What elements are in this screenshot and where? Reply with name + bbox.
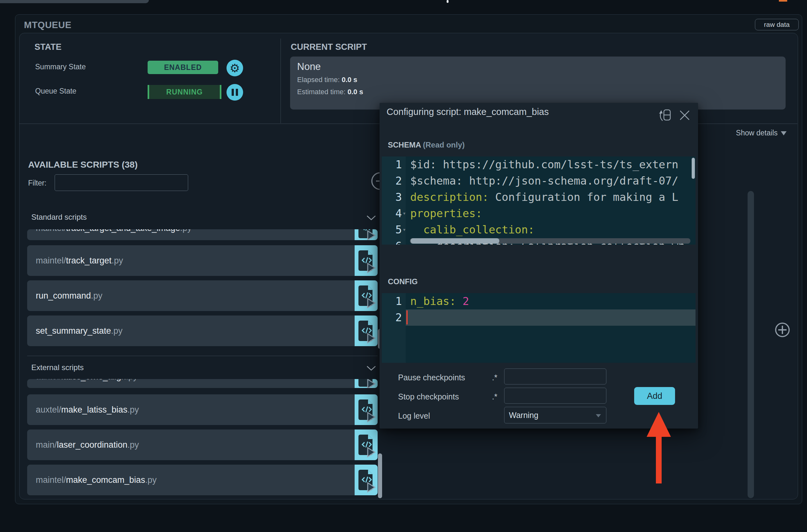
log-level-value: Warning [509,411,538,420]
script-group-label: Standard scripts [31,213,87,222]
line-number: 2 [382,309,406,326]
script-list-item[interactable]: main/laser_coordination.py [27,430,378,460]
launch-script-button[interactable] [355,245,378,276]
show-details-toggle[interactable]: Show details [715,129,787,137]
script-list-item[interactable]: maintel/track_target.py [27,245,378,276]
code-line: 1n_bias: 2 [382,293,695,309]
browser-artifact-orange [779,0,787,2]
code-text: properties: [406,205,695,222]
queue-state-badge: RUNNING [148,85,221,99]
script-list-item[interactable]: run_command.py [27,280,378,311]
script-list-item[interactable]: auxtel/latiss_cwfs_align.py [27,379,378,388]
estimated-time: Estimated time: 0.0 s [297,88,363,96]
code-text: $schema: http://json-schema.org/draft-07… [406,173,695,189]
log-level-select[interactable]: Warning [504,407,606,423]
queue-state-label: Queue State [35,87,76,95]
group-divider [27,356,378,356]
pause-checkpoints-regex: .* [492,373,498,382]
script-list-item[interactable]: set_summary_state.py [27,316,378,346]
schema-vertical-scrollbar[interactable] [692,158,695,179]
chevron-down-icon [367,366,376,371]
estimated-time-label: Estimated time: [297,88,346,96]
dialog-title: Configuring script: make_comcam_bias [387,107,549,117]
chevron-down-icon [781,131,787,135]
script-list-item[interactable]: maintel/track_target_and_take_image.py [27,229,378,240]
current-script-title: CURRENT SCRIPT [291,42,367,52]
queue-scrollbar-track[interactable] [748,191,754,498]
script-list: Standard scriptsmaintel/track_target_and… [24,198,382,495]
script-group-label: External scripts [31,363,84,372]
launch-script-button[interactable] [355,280,378,311]
pause-checkpoints-input[interactable] [504,368,606,384]
launch-script-button[interactable] [355,464,378,495]
schema-title: SCHEMA [388,140,421,149]
fold-caret-icon[interactable]: ▾ [403,238,406,245]
detach-panel-icon[interactable] [658,108,672,122]
file-code-play-icon [355,280,378,311]
script-name: set_summary_state.py [27,316,378,346]
estimated-time-value: 0.0 s [348,88,363,96]
external-scripts-scrollbar[interactable] [378,453,382,498]
group-collapse-chevron[interactable] [367,215,376,222]
code-text: $id: https://github.com/lsst-ts/ts_exter… [406,156,695,173]
filter-input[interactable] [55,174,188,191]
schema-horizontal-scrollbar[interactable] [410,238,690,244]
code-text: calib_collection: [406,222,695,238]
launch-script-button[interactable] [355,316,378,346]
code-line: 5▾ calib_collection: [382,222,695,238]
annotation-arrow [643,410,674,486]
config-code-editor[interactable]: 1n_bias: 22 [382,293,695,363]
browser-artifact-tab [0,0,149,3]
add-block-icon[interactable] [774,322,790,338]
launch-script-button[interactable] [355,394,378,425]
file-code-play-icon [355,379,378,388]
fold-caret-icon[interactable]: ▾ [403,205,406,222]
code-text: description: Configuration for making a … [406,189,695,205]
elapsed-time: Elapsed time: 0.0 s [297,76,357,84]
clipped-script-row[interactable]: maintel/track_target_and_take_image.py [27,229,378,240]
script-group-header[interactable]: External scripts [24,363,382,373]
clipped-script-row[interactable]: auxtel/latiss_cwfs_align.py [27,379,378,388]
script-group-header[interactable]: Standard scripts [24,213,382,222]
line-number: 4▾ [382,205,406,222]
script-list-item[interactable]: maintel/make_comcam_bias.py [27,464,378,495]
dropdown-caret-icon [596,414,601,417]
file-code-play-icon [355,229,378,240]
launch-script-button[interactable] [355,379,378,388]
schema-horizontal-scrollbar-thumb[interactable] [411,238,499,244]
add-script-button[interactable]: Add [634,387,675,405]
stop-checkpoints-input[interactable] [504,388,606,404]
schema-readonly-note: (Read only) [423,140,465,149]
line-number: 2 [382,173,406,189]
pause-checkpoints-label: Pause checkpoints [398,373,465,382]
file-code-play-icon [355,464,378,495]
browser-artifact-dot [447,0,449,3]
state-section-title: STATE [35,42,62,52]
script-name: auxtel/make_latiss_bias.py [27,394,378,425]
chevron-down-icon [367,215,376,220]
fold-caret-icon[interactable]: ▾ [403,222,406,238]
raw-data-button[interactable]: raw data [755,19,799,30]
close-icon[interactable] [679,109,691,121]
line-number: 6▾ [382,238,406,245]
stop-checkpoints-regex: .* [492,392,498,401]
gear-icon: ⚙ [230,62,240,75]
config-label: CONFIG [388,277,417,286]
current-script-name: None [297,61,321,73]
show-details-label: Show details [736,129,777,137]
script-list-item[interactable]: auxtel/make_latiss_bias.py [27,394,378,425]
group-collapse-chevron[interactable] [367,366,376,372]
elapsed-time-value: 0.0 s [341,76,357,84]
launch-script-button[interactable] [355,229,378,240]
code-line: 1$id: https://github.com/lsst-ts/ts_exte… [382,156,695,173]
file-code-play-icon [355,394,378,425]
code-line: 2 [382,309,695,326]
pause-queue-button[interactable] [226,84,243,100]
schema-code-editor[interactable]: 1$id: https://github.com/lsst-ts/ts_exte… [382,156,695,245]
launch-script-button[interactable] [355,430,378,460]
code-line: 3description: Configuration for making a… [382,189,695,205]
script-name: run_command.py [27,280,378,311]
text-cursor [406,310,408,324]
summary-state-settings-button[interactable]: ⚙ [226,60,243,76]
line-number: 3 [382,189,406,205]
